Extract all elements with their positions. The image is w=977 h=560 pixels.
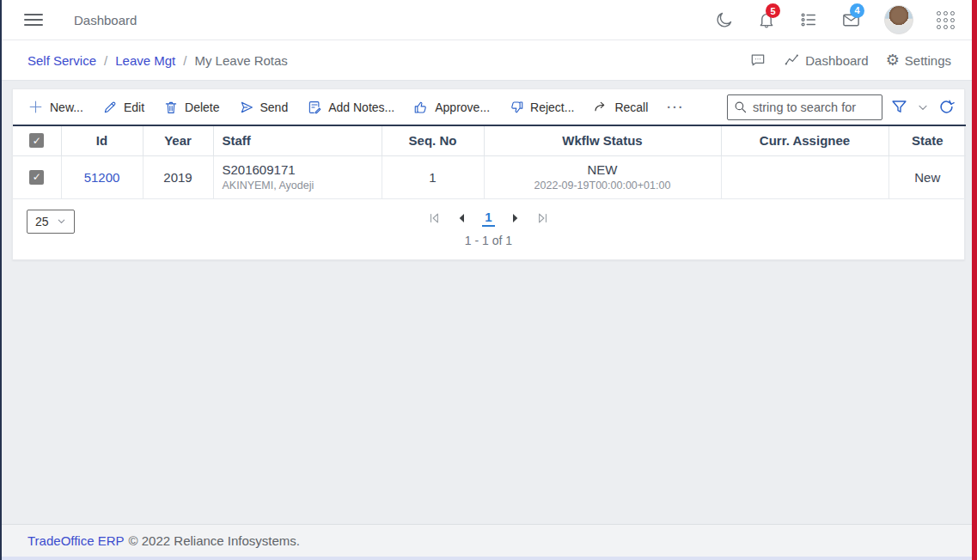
recall-icon [593, 100, 608, 115]
table-row[interactable]: 51200 2019 S201609171 AKINYEMI, Ayodeji … [13, 155, 966, 198]
vertical-scrollbar[interactable] [972, 0, 977, 560]
dashboard-quick-link[interactable]: Dashboard [784, 52, 868, 69]
task-list-icon[interactable] [799, 10, 818, 29]
column-header-state[interactable]: State [888, 125, 966, 155]
send-icon [239, 100, 254, 115]
send-button[interactable]: Send [229, 89, 298, 125]
first-page-button[interactable] [427, 210, 443, 226]
column-header-curr-assignee[interactable]: Curr. Assignee [721, 125, 888, 155]
row-year: 2019 [143, 155, 213, 198]
breadcrumb-self-service[interactable]: Self Service [27, 53, 96, 68]
column-header-seq-no[interactable]: Seq. No [382, 125, 484, 155]
row-checkbox[interactable] [29, 170, 44, 185]
mail-count-badge: 4 [850, 3, 864, 18]
filter-button[interactable] [890, 98, 908, 116]
breadcrumb-separator: / [183, 53, 186, 68]
row-curr-assignee [721, 155, 888, 198]
breadcrumb-current-page: My Leave Rotas [194, 53, 287, 68]
row-wkflw-date: 2022-09-19T00:00:00+01:00 [493, 180, 712, 192]
filter-funnel-icon [890, 98, 908, 116]
page-size-select[interactable]: 25 [27, 210, 75, 234]
current-page-number[interactable]: 1 [482, 210, 494, 227]
column-header-year[interactable]: Year [143, 125, 213, 155]
last-page-icon [534, 210, 550, 226]
hamburger-menu-icon[interactable] [24, 14, 43, 26]
filter-dropdown-button[interactable] [916, 100, 930, 114]
next-page-button[interactable] [508, 211, 522, 225]
previous-page-icon [455, 211, 469, 225]
apps-grid-icon[interactable] [937, 11, 955, 29]
grid-card: New... Edit Delete Send Add Notes... [12, 88, 965, 260]
footer: TradeOffice ERP © 2022 Reliance Infosyst… [2, 524, 977, 557]
row-staff-code: S201609171 [223, 162, 373, 177]
add-note-icon [307, 100, 322, 115]
footer-brand-link[interactable]: TradeOffice ERP [27, 533, 125, 548]
refresh-button[interactable] [937, 98, 956, 116]
chevron-down-icon [916, 100, 930, 114]
footer-copyright: © 2022 Reliance Infosystems. [129, 533, 300, 548]
pagination-range-text: 1 - 1 of 1 [465, 234, 512, 247]
trash-icon [163, 100, 179, 115]
thumbs-up-icon [413, 100, 429, 115]
delete-button[interactable]: Delete [154, 89, 229, 125]
thumbs-down-icon [509, 100, 524, 115]
notification-count-badge: 5 [766, 3, 780, 18]
row-state: New [888, 155, 966, 198]
first-page-icon [427, 210, 443, 226]
column-header-staff[interactable]: Staff [213, 125, 382, 155]
dashboard-quick-link-label: Dashboard [805, 53, 868, 68]
previous-page-button[interactable] [455, 211, 469, 225]
chevron-down-icon [56, 216, 67, 227]
pencil-icon [102, 100, 118, 115]
refresh-icon [937, 98, 956, 116]
row-staff-name: AKINYEMI, Ayodeji [223, 180, 373, 192]
table-header-row: Id Year Staff Seq. No Wkflw Status Curr.… [13, 125, 966, 155]
settings-quick-link-label: Settings [905, 53, 951, 68]
edit-button[interactable]: Edit [93, 89, 154, 125]
row-id-link[interactable]: 51200 [84, 170, 120, 185]
comment-bubble-icon[interactable] [749, 52, 766, 69]
breadcrumb-leave-mgt[interactable]: Leave Mgt [115, 53, 175, 68]
search-box [727, 94, 882, 120]
app-window: Dashboard 5 4 Self Service / Leave Mgt / [0, 0, 977, 560]
top-navbar: Dashboard 5 4 [2, 0, 977, 40]
reject-button[interactable]: Reject... [499, 89, 583, 125]
grid-toolbar: New... Edit Delete Send Add Notes... [13, 89, 964, 125]
mail-envelope-icon[interactable]: 4 [841, 10, 861, 30]
horizontal-scrollbar[interactable] [2, 557, 977, 560]
overflow-icon: ··· [667, 100, 684, 114]
search-icon [733, 100, 748, 114]
row-wkflw-status: NEW [493, 162, 712, 177]
main-content: New... Edit Delete Send Add Notes... [2, 81, 977, 524]
new-button[interactable]: New... [18, 89, 93, 125]
leave-rotas-table: Id Year Staff Seq. No Wkflw Status Curr.… [13, 125, 966, 199]
page-size-value: 25 [35, 215, 49, 228]
line-chart-icon [784, 52, 800, 69]
row-seq-no: 1 [382, 155, 484, 198]
user-avatar[interactable] [884, 5, 913, 34]
search-input[interactable] [753, 100, 876, 114]
overflow-button[interactable]: ··· [657, 89, 693, 125]
approve-button[interactable]: Approve... [404, 89, 499, 125]
settings-quick-link[interactable]: ⚙ Settings [886, 52, 951, 68]
plus-icon [27, 99, 44, 115]
navbar-title: Dashboard [74, 13, 137, 27]
recall-button[interactable]: Recall [583, 89, 657, 125]
breadcrumb-separator: / [104, 53, 107, 68]
breadcrumb-bar: Self Service / Leave Mgt / My Leave Rota… [2, 40, 977, 81]
last-page-button[interactable] [534, 210, 550, 226]
column-header-wkflw-status[interactable]: Wkflw Status [484, 125, 721, 155]
notifications-bell-icon[interactable]: 5 [757, 10, 776, 29]
add-notes-button[interactable]: Add Notes... [297, 89, 404, 125]
gear-icon: ⚙ [886, 52, 900, 68]
dark-mode-moon-icon[interactable] [715, 10, 734, 29]
column-header-id[interactable]: Id [61, 125, 143, 155]
pagination-bar: 25 1 [13, 199, 964, 259]
select-all-checkbox[interactable] [29, 133, 44, 148]
next-page-icon [508, 211, 522, 225]
